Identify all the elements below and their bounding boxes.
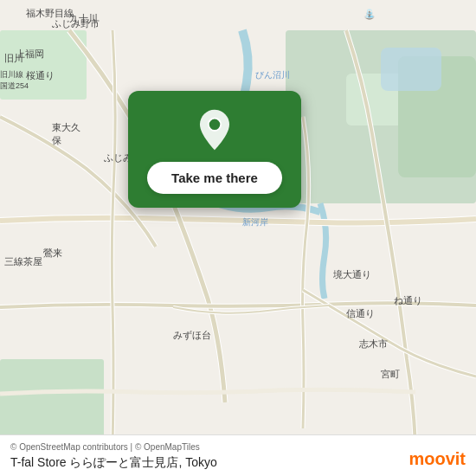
map-label-binnuma: びん沼川 — [255, 69, 290, 81]
map-label-water-icon: ⛲ — [363, 9, 376, 20]
map-label-shindori: 信通り — [346, 307, 375, 320]
map-label-line: 福木野目線 — [26, 7, 74, 20]
map-label-sugamo: 鶯来 — [43, 247, 62, 260]
map-label-kyukawa: 旧川 — [4, 52, 23, 65]
map-label-sakaedori2: ね通り — [394, 294, 422, 307]
map-label-sangenjaya: 三線茶屋 — [4, 255, 42, 268]
bottom-bar: © OpenStreetMap contributors | © OpenMap… — [0, 434, 476, 476]
moovit-logo-text: moovit — [408, 449, 466, 469]
svg-rect-5 — [381, 48, 441, 91]
take-me-there-button[interactable]: Take me there — [147, 162, 282, 194]
map-attribution: © OpenStreetMap contributors | © OpenMap… — [10, 442, 466, 452]
svg-point-6 — [209, 119, 221, 131]
map-label-river1: 九十川 — [69, 12, 98, 25]
map-label-sakaedori: 境大通り — [333, 268, 371, 281]
map-container: ふじみ野市 福木野目線 九十川 上福岡 桜通り 東大久保 ふじみ野 旧川 旧川線… — [0, 0, 476, 476]
map-label-river2: 新河岸 — [242, 216, 268, 228]
location-pin-icon — [192, 108, 237, 153]
place-title: T-fal Store ららぽーと富士見店, Tokyo — [10, 455, 466, 471]
map-label-miyamachi: 宮町 — [381, 368, 400, 381]
svg-rect-3 — [0, 359, 104, 446]
popup-card: Take me there — [128, 91, 301, 208]
map-roads — [0, 0, 476, 476]
map-label-shikishi: 志木市 — [359, 338, 388, 351]
moovit-logo: moovit — [408, 449, 466, 469]
map-label-mizudai: みずほ台 — [173, 329, 211, 342]
map-label-higashiokubo: 東大久保 — [52, 121, 80, 147]
map-label-road1: 旧川線国道254 — [0, 69, 29, 92]
map-label-sakuradori: 桜通り — [26, 69, 55, 82]
